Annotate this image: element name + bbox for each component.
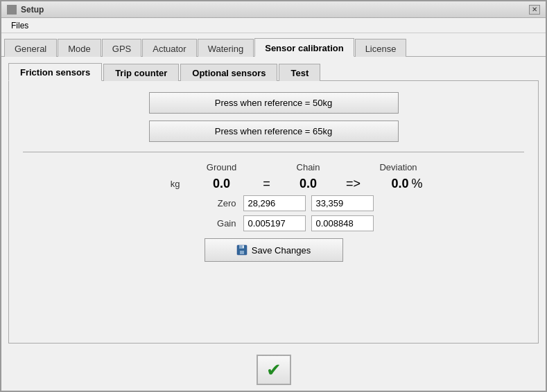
svg-rect-3: [243, 246, 244, 249]
tab-trip-counter[interactable]: Trip counter: [103, 64, 179, 81]
zero-chain-input[interactable]: [311, 195, 374, 211]
bottom-bar: ✔: [1, 349, 546, 391]
main-window: Setup ✕ Files General Mode GPS Actuator …: [0, 0, 547, 392]
zero-inputs: [243, 195, 374, 211]
kg-deviation-value: 0.0: [367, 177, 409, 191]
title-bar: Setup ✕: [1, 1, 546, 18]
gain-label: Gain: [174, 218, 243, 229]
arrow-symbol: =>: [340, 177, 367, 191]
tab-mode[interactable]: Mode: [58, 39, 101, 57]
column-headers: Ground Chain Deviation: [187, 162, 430, 172]
tab-sensor-calibration[interactable]: Sensor calibration: [254, 38, 354, 57]
save-changes-button[interactable]: Save Changes: [205, 238, 343, 262]
pct-symbol: %: [409, 177, 430, 191]
inner-tab-bar: Friction sensors Trip counter Optional s…: [8, 62, 539, 81]
save-icon: [236, 244, 248, 256]
menu-files[interactable]: Files: [7, 19, 33, 32]
sensor-grid: Ground Chain Deviation kg 0.0 = 0.0 => 0…: [23, 162, 524, 262]
gain-inputs: [243, 215, 374, 231]
zero-label: Zero: [174, 198, 243, 208]
ref-65kg-button[interactable]: Press when reference = 65kg: [149, 121, 399, 142]
ref-50kg-button[interactable]: Press when reference = 50kg: [149, 92, 399, 114]
menu-bar: Files: [1, 18, 546, 33]
ok-checkmark-button[interactable]: ✔: [257, 355, 291, 385]
tab-optional-sensors[interactable]: Optional sensors: [180, 64, 277, 81]
zero-row: Zero: [174, 195, 374, 211]
tab-license[interactable]: License: [355, 39, 407, 57]
col-header-ground: Ground: [187, 162, 257, 172]
gain-row: Gain: [174, 215, 374, 231]
app-icon: [7, 5, 17, 15]
eq-symbol: =: [257, 177, 277, 191]
main-content: Friction sensors Trip counter Optional s…: [1, 57, 546, 349]
kg-label: kg: [118, 179, 187, 189]
save-label: Save Changes: [252, 245, 311, 256]
kg-row: kg 0.0 = 0.0 => 0.0 %: [118, 177, 430, 191]
tab-test[interactable]: Test: [279, 64, 320, 81]
svg-rect-2: [240, 251, 244, 254]
col-header-chain: Chain: [277, 162, 340, 172]
tab-watering[interactable]: Watering: [198, 39, 254, 57]
gain-ground-input[interactable]: [243, 215, 306, 231]
tab-friction-sensors[interactable]: Friction sensors: [8, 63, 102, 81]
checkmark-icon: ✔: [266, 359, 281, 381]
zero-ground-input[interactable]: [243, 195, 306, 211]
tab-general[interactable]: General: [4, 39, 57, 57]
title-bar-left: Setup: [7, 5, 44, 15]
tab-bar: General Mode GPS Actuator Watering Senso…: [1, 33, 546, 57]
window-title: Setup: [21, 5, 44, 15]
tab-gps[interactable]: GPS: [102, 39, 141, 57]
kg-chain-value: 0.0: [277, 177, 340, 191]
col-header-deviation: Deviation: [367, 162, 430, 172]
kg-ground-value: 0.0: [187, 177, 257, 191]
gain-chain-input[interactable]: [311, 215, 374, 231]
close-button[interactable]: ✕: [529, 5, 540, 15]
divider: [23, 152, 524, 152]
tab-actuator[interactable]: Actuator: [142, 39, 196, 57]
friction-sensors-panel: Press when reference = 50kg Press when r…: [8, 81, 539, 344]
